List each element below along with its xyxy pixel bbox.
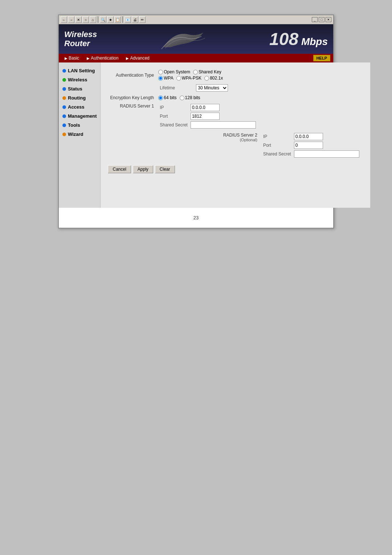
forward-button[interactable]: → [68,16,74,23]
main-content: LAN Setting Wireless Status Routing Acce… [59,62,333,208]
server1-ip-input[interactable] [191,104,220,111]
back-button[interactable]: ← [61,16,67,23]
close-button[interactable]: ✕ [326,17,331,22]
tab-authentication[interactable]: ▶ Authentication [84,55,121,61]
port-label2: Port [262,141,293,150]
server2-nested: IP Port [262,132,361,158]
refresh-button[interactable]: ○ [82,16,89,23]
sidebar-item-access[interactable]: Access [59,102,100,112]
server2-secret-input[interactable] [294,150,359,158]
radio-wpapsk-input[interactable] [176,76,181,81]
radio-open-system: Open System [158,69,190,74]
tab-auth-label: Authentication [91,56,118,61]
sidebar-lan-label: LAN Setting [68,68,95,73]
sidebar-item-tools[interactable]: Tools [59,121,100,130]
radio-wpa-label: WPA [164,76,173,81]
wing-svg [160,27,207,51]
sidebar-item-routing[interactable]: Routing [59,93,100,102]
favorites-button[interactable]: ★ [107,16,114,23]
lifetime-label: Lifetime [158,84,195,92]
dot-status [62,87,66,91]
server1-secret-input-cell [189,121,257,129]
lifetime-select-cell: 30 Minutes 60 Minutes 120 Minutes [195,84,257,92]
sidebar-wizard-label: Wizard [68,131,83,137]
radio-128-label: 128 bits [185,95,200,100]
radio-open-label: Open System [164,69,190,74]
sidebar-item-lan[interactable]: LAN Setting [59,66,100,75]
stop-button[interactable]: ✕ [75,16,82,23]
auth-radio-group2: WPA WPA-PSK 802.1x [158,76,257,81]
dot-tools [62,123,66,127]
radio-128-input[interactable] [180,96,184,100]
server2-ip-input-cell [293,132,361,141]
clear-button[interactable]: Clear [155,165,175,173]
server2-port-input[interactable] [294,142,323,149]
tab-arrow3: ▶ [126,56,129,60]
radio-wpapsk-label: WPA-PSK [182,76,201,81]
speed-unit: Mbps [301,36,328,47]
server1-port-inner: Port [158,112,257,121]
maximize-button[interactable]: □ [319,17,324,22]
server2-fields-cell: IP Port [260,131,363,160]
sidebar-item-wireless[interactable]: Wireless [59,75,100,84]
server1-secret-input[interactable] [191,121,256,129]
window-controls: _ □ ✕ [312,17,331,22]
search-button[interactable]: 🔍 [100,16,106,23]
dot-mgmt [62,114,66,118]
edit-button[interactable]: ✏ [139,16,146,23]
server1-ip-input-cell [189,103,257,112]
sidebar-routing-label: Routing [68,95,86,101]
lifetime-inner-row: Lifetime 30 Minutes 60 Minutes 120 Minut… [158,84,257,92]
sidebar: LAN Setting Wireless Status Routing Acce… [59,62,101,208]
toolbar-separator2 [122,16,123,23]
history-button[interactable]: 📋 [114,16,121,23]
lifetime-row: Lifetime 30 Minutes 60 Minutes 120 Minut… [108,82,363,94]
radio-8021x: 802.1x [204,76,223,81]
minimize-button[interactable]: _ [312,17,318,22]
home-button[interactable]: ⌂ [90,16,96,23]
enc-radio-group: 64 bits 128 bits [158,95,257,100]
radio-wpa-psk: WPA-PSK [176,76,201,81]
enc-key-label: Encryption Key Length [108,94,156,102]
radio-64bits: 64 bits [158,95,176,100]
tab-advanced[interactable]: ▶ Advanced [123,55,152,61]
page-number: 23 [59,208,333,228]
sidebar-item-status[interactable]: Status [59,84,100,93]
apply-button[interactable]: Apply [133,165,153,173]
radio-8021x-input[interactable] [204,76,209,81]
radio-shared-input[interactable] [193,70,198,74]
server1-port-input[interactable] [191,113,220,120]
help-button[interactable]: HELP [313,55,330,61]
mail-button[interactable]: 📧 [124,16,131,23]
speed-badge: 108 Mbps [269,29,328,49]
server2-label-cell: RADIUS Server 2 (Optional) [156,131,260,160]
radio-wpa-input[interactable] [158,76,163,81]
tab-basic[interactable]: ▶ Basic [62,55,82,61]
button-row: Cancel Apply Clear [108,165,363,173]
server1-ip-row: RADIUS Server 1 IP [108,102,363,131]
print-button[interactable]: 🖨 [132,16,138,23]
sidebar-access-label: Access [68,104,85,110]
radio-64-input[interactable] [158,96,163,100]
server2-ip-input[interactable] [294,133,323,140]
lifetime-select[interactable]: 30 Minutes 60 Minutes 120 Minutes [196,84,228,92]
sidebar-wireless-label: Wireless [68,77,87,82]
router-header: Wireless Router 10 [59,24,333,54]
browser-toolbar: ← → ✕ ○ ⌂ 🔍 ★ 📋 📧 🖨 ✏ _ □ ✕ [59,15,333,24]
cancel-button[interactable]: Cancel [108,165,131,173]
page-wrapper: ← → ✕ ○ ⌂ 🔍 ★ 📋 📧 🖨 ✏ _ □ ✕ Wireless Rou… [0,15,392,228]
server2-label: RADIUS Server 2 [158,133,257,138]
server2-secret-inner: Shared Secret [262,150,361,158]
sidebar-status-label: Status [68,86,82,92]
sidebar-item-management[interactable]: Management [59,112,100,121]
sidebar-item-wizard[interactable]: Wizard [59,130,100,139]
server1-nested: IP Port [158,103,257,129]
dot-lan [62,69,66,73]
radio-open-input[interactable] [158,70,163,74]
auth-radio-group: Open System Shared Key [158,69,257,74]
nav-tabs: ▶ Basic ▶ Authentication ▶ Advanced HELP [59,54,333,62]
radio-8021x-label: 802.1x [210,76,223,81]
lifetime-label-cell [108,82,156,94]
dot-wireless [62,78,66,82]
browser-window: ← → ✕ ○ ⌂ 🔍 ★ 📋 📧 🖨 ✏ _ □ ✕ Wireless Rou… [58,15,334,228]
